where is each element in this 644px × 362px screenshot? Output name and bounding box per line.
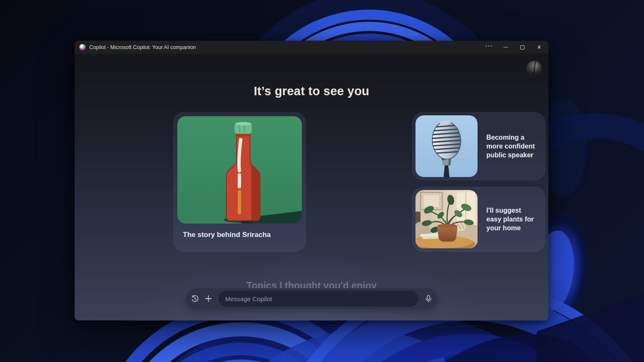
add-icon [204,294,213,303]
close-button[interactable]: ✕ [531,41,548,54]
history-button[interactable] [191,294,199,303]
maximize-icon [520,45,525,49]
card-easy-plants[interactable]: I'll suggest easy plants for your home [412,187,545,252]
user-avatar[interactable] [527,61,542,76]
card-caption: Becoming a more confident public speaker [478,133,542,159]
voice-button[interactable] [424,294,433,303]
more-options-button[interactable]: ⋯ [480,41,497,54]
maximize-button[interactable] [514,41,531,54]
minimize-icon [504,47,508,47]
copilot-logo-icon [79,44,86,50]
card-public-speaker[interactable]: Becoming a more confident public speaker [412,112,545,180]
minimize-button[interactable] [497,41,514,54]
card-sriracha[interactable]: The story behind Sriracha [173,112,306,252]
add-button[interactable] [204,294,213,303]
history-icon [191,294,199,303]
mic-icon [424,294,433,303]
window-controls: ⋯ ✕ [480,41,548,54]
sriracha-bottle-image [177,116,302,224]
greeting-heading: It’s great to see you [75,84,548,98]
houseplant-image [415,190,478,248]
titlebar: Copilot - Microsoft Copilot: Your AI com… [75,41,548,54]
window-title: Copilot - Microsoft Copilot: Your AI com… [89,44,196,50]
card-caption: The story behind Sriracha [177,224,302,239]
card-caption: I'll suggest easy plants for your home [478,206,542,232]
message-input[interactable] [218,291,418,307]
copilot-window: Copilot - Microsoft Copilot: Your AI com… [75,41,548,320]
microphone-image [415,115,478,177]
message-composer [186,288,437,309]
